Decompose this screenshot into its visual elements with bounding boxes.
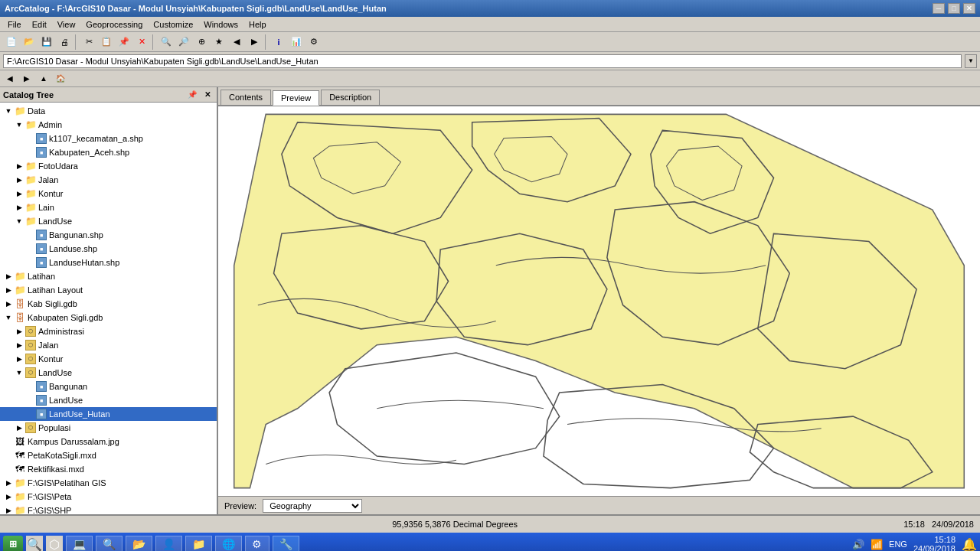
tree-item-populasi[interactable]: ▶ ⬡ Populasi [0, 421, 217, 435]
tree-item-admin[interactable]: ▼ 📁 Admin [0, 118, 217, 132]
tree-item-landuse-shp[interactable]: ■ Landuse.shp [0, 242, 217, 256]
expander-admin[interactable]: ▼ [14, 119, 24, 130]
tree-item-landusehutan-shp[interactable]: ■ LanduseHutan.shp [0, 256, 217, 269]
expander-lain[interactable]: ▶ [14, 202, 24, 213]
tree-item-kabsigli-gdb[interactable]: ▼ 🗄 Kabupaten Sigli.gdb [0, 311, 217, 324]
menu-edit[interactable]: Edit [28, 18, 51, 31]
forward-btn[interactable]: ▶ [246, 34, 263, 51]
taskbar-app-globe[interactable]: 🌐 [215, 536, 242, 551]
back-btn[interactable]: ◀ [228, 34, 245, 51]
tree-item-gis-peta[interactable]: ▶ 📁 F:\GIS\Peta [0, 490, 217, 504]
tree-item-bangunan-shp[interactable]: ■ Bangunan.shp [0, 228, 217, 242]
tree-item-latihan-layout[interactable]: ▶ 📁 Latihan Layout [0, 283, 217, 297]
tree-item-gis-pelatihan[interactable]: ▶ 📁 F:\GIS\Pelatihan GIS [0, 476, 217, 490]
menu-help[interactable]: Help [244, 18, 271, 31]
up-addr-btn[interactable]: ▲ [37, 72, 51, 86]
tree-item-latihan[interactable]: ▶ 📁 Latihan [0, 269, 217, 283]
taskbar-app-files[interactable]: 📁 [185, 536, 212, 551]
expander-latihan[interactable]: ▶ [3, 271, 14, 282]
tree-item-kampus[interactable]: 🖼 Kampus Darussalam.jpg [0, 435, 217, 448]
tree-item-jalan2[interactable]: ▶ ⬡ Jalan [0, 338, 217, 352]
tree-item-kabaceh[interactable]: ■ Kabupaten_Aceh.shp [0, 145, 217, 159]
sys-tray-notification[interactable]: 🔔 [962, 537, 977, 552]
taskbar-app-search[interactable]: 🔍 [96, 536, 122, 551]
catalog-close-btn[interactable]: ✕ [201, 90, 214, 99]
expander-gis-pelatihan[interactable]: ▶ [3, 478, 14, 488]
copy-btn[interactable]: 📋 [98, 34, 115, 51]
tab-contents[interactable]: Contents [220, 90, 271, 105]
tree-item-kontur2[interactable]: ▶ ⬡ Kontur [0, 352, 217, 366]
tree-item-jalan1[interactable]: ▶ 📁 Jalan [0, 173, 217, 187]
options-btn[interactable]: ⚙ [305, 34, 322, 51]
zoom-out-btn[interactable]: 🔎 [175, 34, 192, 51]
forward-addr-btn[interactable]: ▶ [20, 72, 34, 86]
home-addr-btn[interactable]: 🏠 [54, 72, 67, 86]
tree-item-rektifikasi[interactable]: 🗺 Rektifikasi.mxd [0, 462, 217, 476]
expander-jalan2[interactable]: ▶ [14, 340, 24, 350]
close-button[interactable]: ✕ [963, 3, 975, 14]
full-extent-btn[interactable]: ⊕ [193, 34, 210, 51]
expander-data[interactable]: ▼ [3, 106, 14, 116]
start-button[interactable]: ⊞ [3, 536, 23, 551]
tree-item-bangunan-fc[interactable]: ■ Bangunan [0, 380, 217, 393]
bookmark-btn[interactable]: ★ [211, 34, 227, 51]
menu-windows[interactable]: Windows [199, 18, 243, 31]
info-btn[interactable]: i [270, 34, 287, 51]
table-btn[interactable]: 📊 [288, 34, 305, 51]
minimize-button[interactable]: ─ [933, 3, 945, 14]
expander-administrasi[interactable]: ▶ [14, 326, 24, 337]
preview-dropdown[interactable]: Geography Table [263, 499, 362, 513]
tab-description[interactable]: Description [321, 90, 380, 105]
zoom-in-btn[interactable]: 🔍 [158, 34, 175, 51]
save-btn[interactable]: 💾 [38, 34, 55, 51]
expander-gis-peta[interactable]: ▶ [3, 491, 14, 502]
tree-item-kab-sigli-gdb[interactable]: ▶ 🗄 Kab Sigli.gdb [0, 297, 217, 311]
tree-container[interactable]: ▼ 📁 Data ▼ 📁 Admin ■ k1107_kecamatan_a.s… [0, 103, 217, 514]
expander-landuse-ds[interactable]: ▼ [14, 367, 24, 378]
tab-preview[interactable]: Preview [273, 90, 319, 106]
expander-jalan1[interactable]: ▶ [14, 174, 24, 185]
tree-item-landuse-ds[interactable]: ▼ ⬡ LandUse [0, 366, 217, 380]
menu-geoprocessing[interactable]: Geoprocessing [81, 18, 147, 31]
expander-kontur1[interactable]: ▶ [14, 188, 24, 199]
tree-item-k1107[interactable]: ■ k1107_kecamatan_a.shp [0, 132, 217, 145]
tree-item-lain[interactable]: ▶ 📁 Lain [0, 201, 217, 214]
tree-item-landuse-hutan[interactable]: ■ LandUse_Hutan [0, 407, 217, 421]
expander-kontur2[interactable]: ▶ [14, 354, 24, 364]
expander-latihan-layout[interactable]: ▶ [3, 285, 14, 295]
taskbar-app-person[interactable]: 👤 [155, 536, 182, 551]
tree-item-gis-shp[interactable]: ▶ 📁 F:\GIS\SHP [0, 504, 217, 514]
delete-btn[interactable]: ✕ [133, 34, 150, 51]
taskbar-search[interactable]: 🔍 [26, 536, 43, 551]
taskbar-app-folder[interactable]: 📂 [126, 536, 152, 551]
tree-item-petakota[interactable]: 🗺 PetaKotaSigli.mxd [0, 448, 217, 462]
address-dropdown[interactable]: ▼ [965, 54, 977, 68]
taskbar-app-explorer[interactable]: 💻 [66, 536, 93, 551]
expander-populasi[interactable]: ▶ [14, 422, 24, 433]
address-input[interactable] [3, 54, 962, 68]
menu-file[interactable]: File [3, 18, 26, 31]
tree-item-data[interactable]: ▼ 📁 Data [0, 104, 217, 118]
new-btn[interactable]: 📄 [3, 34, 20, 51]
tree-item-fotoudara[interactable]: ▶ 📁 FotoUdara [0, 159, 217, 173]
expander-landuse-folder[interactable]: ▼ [14, 216, 24, 227]
back-addr-btn[interactable]: ◀ [3, 72, 17, 86]
expander-kabsigli-gdb[interactable]: ▼ [3, 312, 14, 323]
tree-item-administrasi[interactable]: ▶ ⬡ Administrasi [0, 324, 217, 338]
taskbar-cortana[interactable]: ⬡ [46, 536, 63, 551]
print-btn[interactable]: 🖨 [56, 34, 73, 51]
taskbar-app-settings[interactable]: ⚙ [245, 536, 270, 551]
cut-btn[interactable]: ✂ [80, 34, 97, 51]
tree-item-landuse-folder[interactable]: ▼ 📁 LandUse [0, 214, 217, 228]
menu-customize[interactable]: Customize [149, 18, 198, 31]
paste-btn[interactable]: 📌 [116, 34, 132, 51]
open-btn[interactable]: 📂 [21, 34, 38, 51]
expander-fotoudara[interactable]: ▶ [14, 161, 24, 171]
tree-item-kontur1[interactable]: ▶ 📁 Kontur [0, 187, 217, 201]
taskbar-app-arcgis[interactable]: 🔧 [273, 536, 299, 551]
maximize-button[interactable]: □ [948, 3, 960, 14]
expander-kab-sigli[interactable]: ▶ [3, 298, 14, 309]
catalog-pin-btn[interactable]: 📌 [185, 90, 200, 99]
tree-item-landuse-fc[interactable]: ■ LandUse [0, 393, 217, 407]
menu-view[interactable]: View [53, 18, 80, 31]
